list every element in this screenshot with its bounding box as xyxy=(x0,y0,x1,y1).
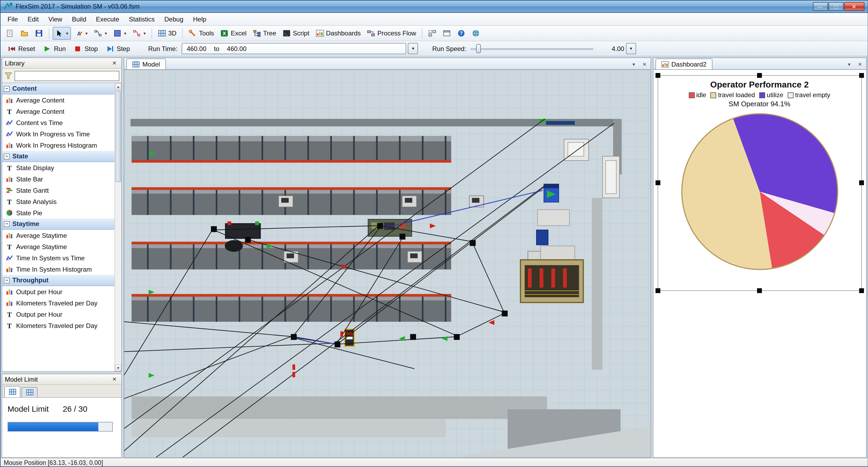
library-filter-input[interactable] xyxy=(14,71,119,81)
menu-item-build[interactable]: Build xyxy=(67,14,91,25)
excel-button[interactable]: X Excel xyxy=(218,27,249,40)
dashboards-button[interactable]: Dashboards xyxy=(313,27,363,40)
library-item[interactable]: State Bar xyxy=(2,173,115,185)
library-item[interactable]: Average Staytime xyxy=(2,230,115,241)
pie-chart-widget[interactable]: Operator Performance 2 idletravel loaded… xyxy=(657,75,862,291)
library-section-staytime[interactable]: −Staytime xyxy=(2,219,115,230)
library-item[interactable]: Kilometers Traveled per Day xyxy=(2,297,115,309)
run-speed-dropdown-button[interactable]: ▾ xyxy=(626,43,636,54)
reset-button[interactable]: Reset xyxy=(4,42,39,55)
library-item[interactable]: TAverage Content xyxy=(2,106,115,117)
menu-item-statistics[interactable]: Statistics xyxy=(124,14,160,25)
run-time-field[interactable]: 460.00 to 460.00 xyxy=(182,43,406,54)
library-close-button[interactable]: ✕ xyxy=(110,59,119,67)
collapse-icon[interactable]: − xyxy=(4,86,10,92)
minimize-button[interactable]: — xyxy=(813,2,828,11)
connection-mode-button[interactable]: ▾ xyxy=(130,27,148,40)
library-item[interactable]: Output per Hour xyxy=(2,286,115,297)
model-limit-tab-2[interactable] xyxy=(22,387,38,397)
library-section-throughput[interactable]: −Throughput xyxy=(2,275,115,286)
selection-handle[interactable] xyxy=(859,180,864,185)
menu-item-view[interactable]: View xyxy=(43,14,67,25)
connect-objects-tool-button[interactable]: ▾ xyxy=(91,27,110,40)
library-item[interactable]: TAverage Staytime xyxy=(2,241,115,252)
model-limit-close-button[interactable]: ✕ xyxy=(110,375,119,383)
process-flow-button[interactable]: Process Flow xyxy=(365,27,419,40)
dashboard-canvas[interactable]: Operator Performance 2 idletravel loaded… xyxy=(653,69,866,458)
stop-button[interactable]: Stop xyxy=(70,42,102,55)
library-item[interactable]: TOutput per Hour xyxy=(2,309,115,320)
scrollbar-thumb[interactable] xyxy=(116,91,121,182)
scroll-up-arrow[interactable]: ▲ xyxy=(115,83,121,90)
library-item[interactable]: Work In Progress Histogram xyxy=(2,140,115,151)
help-button[interactable]: ? xyxy=(455,27,468,40)
selection-handle[interactable] xyxy=(655,73,660,78)
legend-swatch xyxy=(759,92,765,98)
close-tab-icon[interactable]: ✕ xyxy=(856,62,864,67)
tools-button[interactable]: Tools xyxy=(186,27,217,40)
collapse-icon[interactable]: − xyxy=(4,153,10,159)
maximize-button[interactable]: □ xyxy=(828,2,843,11)
conveyor-row[interactable] xyxy=(132,187,484,215)
conveyor-row[interactable] xyxy=(132,294,451,322)
script-button[interactable]: ›_ Script xyxy=(280,27,312,40)
library-section-content[interactable]: −Content xyxy=(2,83,115,95)
new-model-button[interactable] xyxy=(3,27,17,40)
selection-handle[interactable] xyxy=(859,288,864,293)
library-item[interactable]: TState Display xyxy=(2,162,115,173)
layout-windows-button[interactable] xyxy=(426,27,439,40)
menu-item-help[interactable]: Help xyxy=(188,14,211,25)
tab-dashboard2[interactable]: Dashboard2 xyxy=(655,59,712,69)
library-item[interactable]: TKilometers Traveled per Day xyxy=(2,320,115,331)
tab-list-dropdown-icon[interactable]: ▾ xyxy=(845,62,853,67)
library-item[interactable]: TState Analysis xyxy=(2,196,115,207)
collapse-icon[interactable]: − xyxy=(4,221,10,227)
library-section-state[interactable]: −State xyxy=(2,151,115,162)
library-item[interactable]: Average Content xyxy=(2,95,115,106)
annotate-tool-button[interactable]: A▾ xyxy=(72,27,90,40)
selection-handle[interactable] xyxy=(757,73,762,78)
close-tab-icon[interactable]: ✕ xyxy=(641,62,648,67)
library-scrollbar[interactable]: ▲ ▼ xyxy=(115,83,121,371)
model-limit-tab-1[interactable] xyxy=(4,386,21,397)
dashboard-tab-bar: Dashboard2 ▾ ✕ xyxy=(653,58,866,69)
close-button[interactable]: ✕ xyxy=(844,2,864,11)
tree-button[interactable]: Tree xyxy=(250,27,279,40)
library-item-label: Kilometers Traveled per Day xyxy=(16,299,97,307)
menu-item-file[interactable]: File xyxy=(3,14,23,25)
color-picker-button[interactable]: ▾ xyxy=(111,27,129,40)
open-model-button[interactable] xyxy=(18,27,31,40)
library-item[interactable]: Content vs Time xyxy=(2,117,115,128)
library-item[interactable]: Time In System Histogram xyxy=(2,264,115,275)
menu-item-debug[interactable]: Debug xyxy=(160,14,188,25)
globe-button[interactable] xyxy=(469,27,483,40)
run-speed-slider[interactable] xyxy=(471,43,593,54)
select-tool-button[interactable]: ▾ xyxy=(53,27,71,40)
conveyor-row[interactable] xyxy=(132,136,451,163)
tab-model[interactable]: Model xyxy=(126,59,166,69)
window-button[interactable] xyxy=(440,27,454,40)
title-bar[interactable]: FlexSim 2017 - Simulation SM - v03.06.fs… xyxy=(1,1,867,13)
scroll-down-arrow[interactable]: ▼ xyxy=(115,364,121,371)
library-item[interactable]: State Pie xyxy=(2,207,115,219)
3d-view-button[interactable]: 3D xyxy=(155,27,179,40)
slider-handle[interactable] xyxy=(476,44,481,53)
model-3d-scene[interactable] xyxy=(124,70,650,457)
run-time-dropdown-button[interactable]: ▾ xyxy=(408,43,418,54)
library-item[interactable]: Time In System vs Time xyxy=(2,252,115,264)
selection-handle[interactable] xyxy=(655,180,660,185)
selected-station[interactable] xyxy=(520,260,583,302)
selection-handle[interactable] xyxy=(757,288,762,293)
step-button[interactable]: Step xyxy=(102,42,134,55)
library-item[interactable]: Work In Progress vs Time xyxy=(2,128,115,140)
selection-handle[interactable] xyxy=(859,73,864,78)
selection-handle[interactable] xyxy=(655,288,660,293)
save-button[interactable] xyxy=(32,27,46,40)
library-item[interactable]: State Gantt xyxy=(2,185,115,196)
run-button[interactable]: Run xyxy=(39,42,70,55)
collapse-icon[interactable]: − xyxy=(4,277,10,283)
menu-item-edit[interactable]: Edit xyxy=(23,14,43,25)
menu-item-execute[interactable]: Execute xyxy=(91,14,124,25)
tab-list-dropdown-icon[interactable]: ▾ xyxy=(630,62,638,67)
model-viewport[interactable] xyxy=(124,69,651,458)
